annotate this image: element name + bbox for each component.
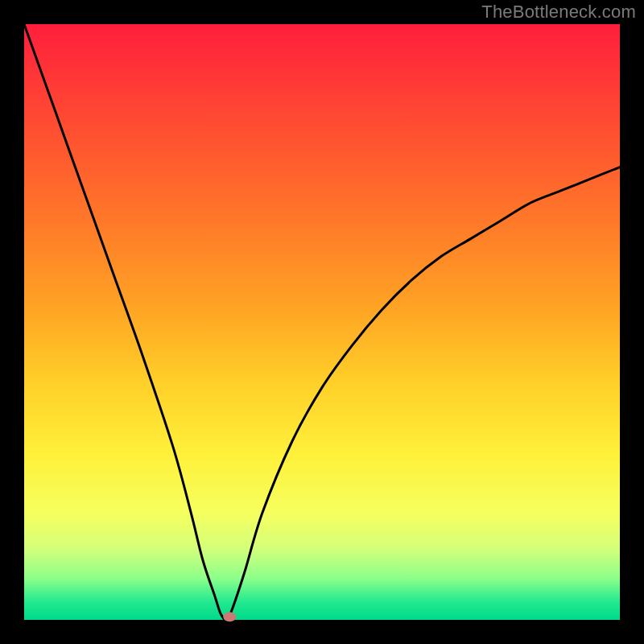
optimal-point-marker	[223, 612, 236, 621]
plot-background	[24, 24, 620, 620]
attribution-text: TheBottleneck.com	[481, 2, 636, 23]
chart-frame: TheBottleneck.com	[0, 0, 644, 644]
bottleneck-chart	[0, 0, 644, 644]
